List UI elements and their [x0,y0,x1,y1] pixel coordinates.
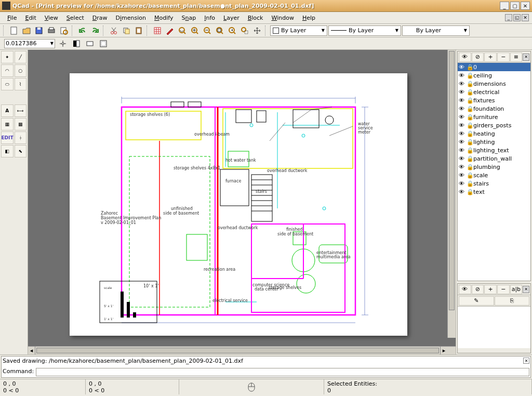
eye-icon[interactable]: 👁 [459,72,465,79]
lock-icon[interactable]: 🔒 [467,72,472,79]
scale-input[interactable]: 0.0127386▼ [4,39,55,48]
lineweight-bylayer-select[interactable]: By Layer▼ [402,25,470,36]
layer-panel-close-icon[interactable]: ✕ [523,54,529,61]
tool-block-icon[interactable]: ◧ [1,145,14,157]
eye-icon[interactable]: 👁 [459,139,465,146]
eye-icon[interactable]: 👁 [459,105,465,112]
layer-edit-icon[interactable]: ≡ [510,52,523,62]
menu-help[interactable]: Help [298,14,320,22]
layer-showall-icon[interactable]: 👁 [459,52,471,62]
menu-snap[interactable]: Snap [178,14,201,22]
close-button[interactable]: ✕ [521,2,530,10]
print-icon[interactable] [46,25,57,36]
new-icon[interactable] [8,25,20,36]
grid-icon[interactable] [152,25,163,36]
eye-icon[interactable]: 👁 [459,81,465,87]
eye-icon[interactable]: 👁 [459,114,465,121]
lock-icon[interactable]: 🔒 [467,105,472,112]
layer-row-scale[interactable]: 👁🔒scale [458,171,530,179]
menu-modify[interactable]: Modify [150,14,177,22]
drawing-canvas[interactable]: furnace hot water tank stairs [28,50,456,346]
lock-icon[interactable]: 🔒 [467,189,472,195]
horizontal-scrollbar[interactable]: ◂ ▸ [28,346,456,354]
layer-row-fixtures[interactable]: 👁🔒fixtures [458,96,530,104]
layer-row-girders_posts[interactable]: 👁🔒girders_posts [458,121,530,129]
tool-polyline-icon[interactable]: ⌇ [15,78,27,90]
landscape-icon[interactable] [84,38,96,49]
layer-row-text[interactable]: 👁🔒text [458,188,530,196]
block-remove-button[interactable]: − [497,285,510,294]
tool-hatch-icon[interactable]: ▦ [1,118,14,130]
eye-icon[interactable]: 👁 [459,89,465,96]
menu-edit[interactable]: Edit [21,14,40,22]
menu-block[interactable]: Block [244,14,268,22]
menu-select[interactable]: Select [62,14,88,22]
paste-icon[interactable] [133,25,144,36]
copy-icon[interactable] [121,25,132,36]
layer-row-electrical[interactable]: 👁🔒electrical [458,88,530,96]
block-hideall-icon[interactable]: ⊘ [472,285,484,294]
eye-icon[interactable]: 👁 [459,172,465,179]
eye-icon[interactable]: 👁 [459,155,465,162]
layer-row-furniture[interactable]: 👁🔒furniture [458,113,530,121]
blackwhite-icon[interactable] [71,38,82,49]
eye-icon[interactable]: 👁 [459,147,465,154]
eye-icon[interactable]: 👁 [459,97,465,104]
print-preview-icon[interactable] [58,25,70,36]
menu-dimension[interactable]: Dimension [112,14,151,22]
eye-icon[interactable]: 👁 [459,122,465,129]
lock-icon[interactable]: 🔒 [467,122,472,129]
lock-icon[interactable]: 🔒 [467,130,472,137]
menu-info[interactable]: Info [200,14,219,22]
layer-row-lighting_text[interactable]: 👁🔒lighting_text [458,146,530,154]
tool-text-icon[interactable]: A [1,104,14,117]
lock-icon[interactable]: 🔒 [467,164,472,170]
tool-ellipse-icon[interactable]: ⬭ [1,78,14,90]
save-icon[interactable] [33,25,45,36]
position-icon[interactable] [57,38,69,49]
zoom-previous-icon[interactable] [227,25,238,36]
menu-layer[interactable]: Layer [219,14,244,22]
lock-icon[interactable]: 🔒 [467,64,472,71]
layer-add-button[interactable]: + [484,52,497,62]
zoom-auto-icon[interactable] [214,25,225,36]
tool-arc-icon[interactable]: ◠ [1,64,14,77]
layer-remove-button[interactable]: − [497,52,510,62]
layer-row-heating[interactable]: 👁🔒heating [458,129,530,138]
block-panel-close-icon[interactable]: ✕ [523,286,529,293]
block-edit-icon[interactable]: ✎ [459,296,494,306]
lock-icon[interactable]: 🔒 [467,139,472,146]
undo-icon[interactable] [77,25,88,36]
mdi-close[interactable]: ✕ [522,14,529,21]
tool-line-icon[interactable]: ╱ [15,51,27,63]
open-icon[interactable] [21,25,32,36]
color-bylayer-select[interactable]: By Layer▼ [270,25,327,36]
mdi-restore[interactable]: ◱ [513,14,521,21]
layer-row-lighting[interactable]: 👁🔒lighting [458,138,530,146]
zoom-redraw-icon[interactable] [177,25,188,36]
block-insert-icon[interactable]: ⎘ [495,296,530,306]
lock-icon[interactable]: 🔒 [467,89,472,96]
zoom-pan-icon[interactable] [251,25,263,36]
lock-icon[interactable]: 🔒 [467,114,472,121]
block-rename-icon[interactable]: a|b [510,285,523,294]
draft-icon[interactable] [164,25,176,36]
layer-row-dimensions[interactable]: 👁🔒dimensions [458,80,530,88]
maximize-button[interactable]: ▢ [510,2,520,10]
layer-row-stairs[interactable]: 👁🔒stairs [458,179,530,188]
tool-circle-icon[interactable]: ○ [15,64,27,77]
lock-icon[interactable]: 🔒 [467,155,472,162]
tool-measure-icon[interactable]: ⟊ [15,131,26,144]
zoom-window-icon[interactable] [239,25,250,36]
cut-icon[interactable] [108,25,119,36]
menu-view[interactable]: View [41,14,62,22]
minimize-button[interactable]: _ [500,2,509,10]
block-add-button[interactable]: + [484,285,497,294]
lock-icon[interactable]: 🔒 [467,81,472,87]
eye-icon[interactable]: 👁 [459,180,465,187]
menu-file[interactable]: File [3,14,21,22]
zoom-out-icon[interactable] [202,25,213,36]
command-input[interactable] [36,368,529,376]
tool-edit-icon[interactable]: EDIT [1,131,14,144]
mdi-minimize[interactable]: _ [505,14,512,21]
